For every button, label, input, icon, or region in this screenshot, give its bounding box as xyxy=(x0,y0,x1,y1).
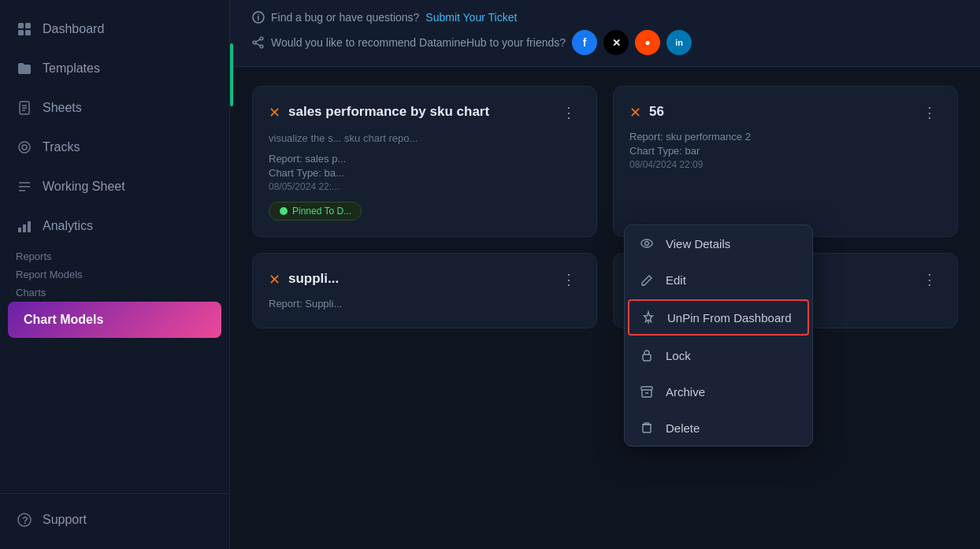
card-header-2: ✕ 56 ⋮ xyxy=(629,102,941,123)
svg-point-25 xyxy=(280,207,288,215)
context-menu: View Details Edit UnP xyxy=(624,224,813,447)
sidebar-label-support: Support xyxy=(43,513,87,527)
svg-rect-30 xyxy=(641,387,652,390)
svg-point-21 xyxy=(260,45,263,48)
card-header-3: ✕ suppli... ⋮ xyxy=(269,269,581,290)
bug-text: Find a bug or have questions? xyxy=(271,11,419,24)
card-date-1: 08/05/2024 22:... xyxy=(269,181,581,192)
facebook-icon[interactable]: f xyxy=(572,30,597,55)
menu-label-unpin: UnPin From Dashboard xyxy=(667,311,792,325)
svg-point-26 xyxy=(641,239,652,247)
document-icon xyxy=(16,99,33,117)
ticket-link[interactable]: Submit Your Ticket xyxy=(425,11,517,24)
card-title-2: 56 xyxy=(649,102,910,121)
card-icon-3: ✕ xyxy=(269,271,280,288)
svg-rect-13 xyxy=(18,228,21,232)
sidebar-item-sheets[interactable]: Sheets xyxy=(0,88,229,128)
sidebar-item-support[interactable]: ? Support xyxy=(0,500,229,540)
twitter-x-icon[interactable]: ✕ xyxy=(603,30,629,55)
card-menu-button-2[interactable]: ⋮ xyxy=(918,102,941,123)
sidebar-item-chart-models[interactable]: Chart Models xyxy=(8,302,221,338)
sidebar-label-analytics: Analytics xyxy=(43,219,93,233)
svg-text:?: ? xyxy=(22,514,28,526)
svg-point-8 xyxy=(19,142,30,153)
svg-rect-29 xyxy=(643,354,651,361)
sidebar-item-reports[interactable]: Reports xyxy=(0,246,229,264)
sidebar-item-charts[interactable]: Charts xyxy=(0,282,229,300)
card-title-1: sales performance by sku chart xyxy=(288,102,549,121)
svg-rect-15 xyxy=(28,221,31,232)
card-report-2: Report: sku performance 2 xyxy=(629,131,941,143)
main-content: i Find a bug or have questions? Submit Y… xyxy=(230,0,980,549)
sidebar-item-analytics[interactable]: Analytics xyxy=(0,206,229,246)
sidebar-label-templates: Templates xyxy=(43,61,100,76)
svg-line-23 xyxy=(256,39,260,42)
card-description-1: visualize the s... sku chart repo... xyxy=(269,131,581,147)
card-sales-performance: ✕ sales performance by sku chart ⋮ visua… xyxy=(252,86,597,237)
card-report-3: Report: Suppli... xyxy=(269,298,581,310)
sidebar-item-dashboard[interactable]: Dashboard xyxy=(0,9,229,49)
svg-rect-32 xyxy=(643,425,651,432)
menu-item-view-details[interactable]: View Details xyxy=(625,225,812,262)
card-icon-2: ✕ xyxy=(629,104,641,121)
menu-label-view-details: View Details xyxy=(666,237,730,250)
svg-rect-2 xyxy=(18,30,24,35)
pinned-badge-1: Pinned To D... xyxy=(269,202,362,221)
lock-icon xyxy=(639,347,655,363)
card-menu-button-1[interactable]: ⋮ xyxy=(557,102,581,123)
svg-rect-1 xyxy=(25,23,31,28)
edit-icon xyxy=(639,272,655,287)
share-icon xyxy=(252,36,265,49)
card-menu-button-4[interactable]: ⋮ xyxy=(918,269,941,290)
folder-icon xyxy=(16,60,33,77)
cards-grid: ✕ sales performance by sku chart ⋮ visua… xyxy=(252,86,958,328)
eye-icon xyxy=(639,236,655,251)
linkedin-icon[interactable]: in xyxy=(666,30,692,55)
pin-icon-badge xyxy=(279,206,288,216)
svg-point-20 xyxy=(260,37,263,40)
card-suppli: ✕ suppli... ⋮ Report: Suppli... xyxy=(252,253,597,328)
bug-row: i Find a bug or have questions? Submit Y… xyxy=(252,11,958,24)
card-chart-type-1: Chart Type: ba... xyxy=(269,167,581,179)
sidebar-label-dashboard: Dashboard xyxy=(43,22,104,36)
svg-text:i: i xyxy=(258,13,260,22)
svg-rect-3 xyxy=(25,30,31,35)
archive-icon xyxy=(639,384,655,399)
svg-rect-0 xyxy=(18,23,24,28)
sidebar-item-report-models[interactable]: Report Models xyxy=(0,264,229,282)
menu-item-lock[interactable]: Lock xyxy=(625,337,812,373)
menu-label-archive: Archive xyxy=(666,385,705,399)
top-bar: i Find a bug or have questions? Submit Y… xyxy=(230,0,980,67)
trash-icon xyxy=(639,420,655,436)
sidebar-item-tracks[interactable]: Tracks xyxy=(0,128,229,167)
svg-line-24 xyxy=(256,43,260,46)
pin-icon xyxy=(640,310,656,325)
menu-label-delete: Delete xyxy=(666,421,700,435)
card-header-1: ✕ sales performance by sku chart ⋮ xyxy=(269,102,581,123)
sidebar-item-working-sheet[interactable]: Working Sheet xyxy=(0,167,229,206)
cards-area: ✕ sales performance by sku chart ⋮ visua… xyxy=(230,67,980,549)
info-icon: i xyxy=(252,11,265,24)
card-chart-type-2: Chart Type: bar xyxy=(629,145,941,157)
sidebar-label-chart-models: Chart Models xyxy=(24,313,103,327)
menu-label-edit: Edit xyxy=(666,273,686,287)
list-icon xyxy=(16,178,33,195)
svg-rect-14 xyxy=(23,224,26,232)
card-menu-button-3[interactable]: ⋮ xyxy=(557,269,581,290)
menu-item-unpin[interactable]: UnPin From Dashboard xyxy=(628,299,809,336)
reddit-icon[interactable]: ● xyxy=(635,30,660,55)
menu-item-delete[interactable]: Delete xyxy=(625,410,812,446)
menu-label-lock: Lock xyxy=(666,349,691,362)
sidebar: Dashboard Templates Sheets xyxy=(0,0,230,549)
svg-point-22 xyxy=(253,41,256,44)
sidebar-label-sheets: Sheets xyxy=(43,101,82,115)
menu-item-archive[interactable]: Archive xyxy=(625,373,812,410)
tracks-icon xyxy=(16,139,33,156)
card-date-2: 08/04/2024 22:09 xyxy=(629,159,941,170)
sidebar-item-templates[interactable]: Templates xyxy=(0,49,229,88)
recommend-row: Would you like to recommend DatamineHub … xyxy=(252,30,958,55)
support-icon: ? xyxy=(16,511,33,529)
card-title-3: suppli... xyxy=(288,269,549,288)
menu-item-edit[interactable]: Edit xyxy=(625,262,812,298)
svg-point-27 xyxy=(645,242,649,246)
